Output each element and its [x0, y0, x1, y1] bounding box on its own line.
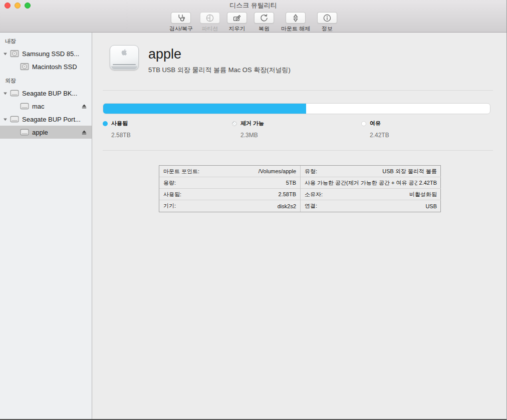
window-header: 디스크 유틸리티 검사/복구 파티션 지우기 복원 마운트 해제 [0, 0, 506, 33]
volume-name: apple [148, 47, 291, 62]
erase-icon [232, 14, 241, 23]
sidebar-item-mac[interactable]: mac [0, 100, 92, 113]
legend-value: 2.42TB [370, 132, 490, 139]
window-title: 디스크 유틸리티 [0, 0, 506, 11]
legend-value: 2.3MB [240, 132, 361, 139]
sidebar-item-seagate-bup-bk[interactable]: Seagate BUP BK... [0, 87, 92, 100]
usage-bar [103, 103, 490, 114]
legend-item: 제거 가능 2.3MB [232, 120, 361, 139]
main-pane: apple 5TB USB 외장 물리적 볼륨 Mac OS 확장(저널링) 사… [92, 33, 507, 420]
legend-label: 제거 가능 [240, 120, 264, 127]
close-button[interactable] [5, 3, 11, 9]
detail-value: /Volumes/apple [259, 168, 296, 174]
sidebar-item-label: Seagate BUP BK... [22, 90, 77, 97]
detail-row: 유형: USB 외장 물리적 볼륨 [301, 166, 441, 177]
toolbar: 검사/복구 파티션 지우기 복원 마운트 해제 정보 [0, 10, 506, 33]
detail-label: 사용됨: [163, 191, 181, 198]
eject-button[interactable] [81, 129, 87, 135]
info-icon [323, 14, 332, 23]
sidebar-item-label: Macintosh SSD [32, 63, 77, 71]
sidebar-item-label: mac [32, 103, 45, 110]
stethoscope-icon [176, 14, 185, 23]
detail-row: 소유자: 비활성화됨 [301, 189, 441, 200]
traffic-lights [5, 3, 31, 9]
sidebar-item-seagate-bup-port[interactable]: Seagate BUP Port... [0, 113, 92, 126]
toolbar-button-unmount[interactable]: 마운트 해제 [281, 12, 310, 33]
toolbar-button-verify-repair[interactable]: 검사/복구 [169, 12, 193, 33]
detail-label: 용량: [163, 179, 176, 187]
divider [103, 90, 493, 91]
volume-header: apple 5TB USB 외장 물리적 볼륨 Mac OS 확장(저널링) [110, 45, 507, 70]
detail-label: 소유자: [305, 191, 323, 198]
detail-row: 용량: 5TB [159, 177, 300, 189]
toolbar-button-label: 마운트 해제 [281, 25, 310, 33]
detail-label: 유형: [305, 168, 317, 175]
toolbar-button-info[interactable]: 정보 [317, 12, 337, 33]
detail-row: 사용 가능한 공간(제거 가능한 공간 + 여유 공간): 2.42TB [301, 177, 441, 189]
volume-meta: apple 5TB USB 외장 물리적 볼륨 Mac OS 확장(저널링) [148, 45, 291, 75]
volume-icon [110, 45, 139, 70]
legend-value: 2.58TB [111, 132, 232, 139]
sidebar-item-label: Seagate BUP Port... [22, 116, 81, 123]
usage-fill [103, 104, 306, 114]
sidebar-item-macintosh-ssd[interactable]: Macintosh SSD [0, 60, 92, 73]
detail-value: USB 외장 물리적 볼륨 [382, 168, 437, 175]
detail-value: 2.58TB [279, 191, 296, 197]
toolbar-button-label: 복원 [259, 25, 270, 33]
eject-button[interactable] [81, 103, 87, 109]
disclosure-triangle-icon[interactable] [3, 52, 10, 56]
disclosure-triangle-icon[interactable] [3, 91, 10, 96]
partition-icon [205, 14, 214, 23]
external-disk-icon [10, 89, 19, 97]
legend-dot [361, 121, 366, 126]
detail-row: 사용됨: 2.58TB [159, 189, 300, 200]
drive-base [111, 66, 137, 69]
internal-disk-icon [10, 50, 19, 58]
usage-legend: 사용됨 2.58TB 제거 가능 2.3MB 여유 2.42TB [103, 120, 490, 139]
detail-value: USB [425, 203, 437, 209]
detail-row: 마운트 포인트: /Volumes/apple [159, 166, 300, 177]
detail-value: 5TB [286, 180, 296, 186]
minimize-button[interactable] [15, 3, 21, 9]
disk-utility-window: 디스크 유틸리티 검사/복구 파티션 지우기 복원 마운트 해제 [0, 0, 507, 420]
legend-dot [232, 121, 237, 126]
disclosure-triangle-icon[interactable] [3, 117, 10, 122]
restore-icon [260, 14, 269, 23]
sidebar-item-label: apple [32, 129, 48, 136]
detail-row: 기기: disk2s2 [159, 200, 300, 212]
divider [103, 150, 493, 151]
detail-row: 연결: USB [301, 200, 441, 212]
detail-value: disk2s2 [278, 203, 296, 209]
sidebar-section-label: 외장 [0, 77, 92, 87]
legend-dot [103, 121, 108, 126]
legend-label: 사용됨 [111, 120, 128, 127]
volume-description: 5TB USB 외장 물리적 볼륨 Mac OS 확장(저널링) [148, 66, 291, 75]
legend-label: 여유 [370, 120, 381, 127]
sidebar-item-apple[interactable]: apple [0, 126, 92, 139]
window-content: 내장 Samsung SSD 85... Macintosh SSD 외장 Se… [0, 33, 506, 420]
drive-slot [113, 64, 136, 65]
toolbar-button-label: 검사/복구 [169, 25, 193, 33]
sidebar-section-label: 내장 [0, 38, 92, 47]
sidebar-item-samsung-ssd-85[interactable]: Samsung SSD 85... [0, 47, 92, 60]
detail-value: 2.42TB [419, 180, 437, 186]
detail-label: 기기: [163, 202, 176, 210]
detail-value: 비활성화됨 [409, 191, 437, 198]
detail-label: 마운트 포인트: [163, 168, 199, 175]
zoom-button[interactable] [25, 3, 31, 9]
titlebar[interactable]: 디스크 유틸리티 [0, 0, 506, 10]
legend-item: 사용됨 2.58TB [103, 120, 232, 139]
detail-label: 연결: [305, 202, 317, 210]
toolbar-button-restore[interactable]: 복원 [254, 12, 274, 33]
sidebar-section: 외장 Seagate BUP BK... mac Seagate BUP Por… [0, 77, 92, 139]
internal-disk-icon [20, 63, 29, 71]
toolbar-button-label: 파티션 [202, 25, 218, 33]
sidebar-item-label: Samsung SSD 85... [22, 50, 79, 58]
unmount-icon [291, 14, 300, 23]
toolbar-button-erase[interactable]: 지우기 [227, 12, 247, 33]
toolbar-button-label: 정보 [322, 25, 333, 33]
external-disk-icon [20, 128, 29, 136]
details-right-column: 유형: USB 외장 물리적 볼륨 사용 가능한 공간(제거 가능한 공간 + … [300, 166, 441, 212]
toolbar-button-partition: 파티션 [200, 12, 220, 33]
apple-logo-icon [121, 49, 128, 56]
